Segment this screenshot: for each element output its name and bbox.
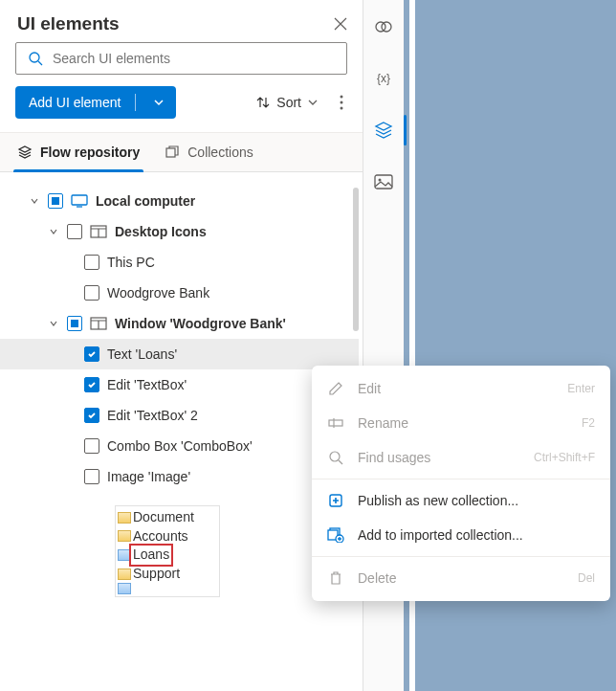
- page-title: UI elements: [17, 13, 120, 34]
- context-menu: Edit Enter Rename F2 Find usages Ctrl+Sh…: [312, 366, 610, 601]
- ctx-publish-collection[interactable]: Publish as new collection...: [312, 483, 610, 518]
- tree-node-woodgrove-bank[interactable]: Woodgrove Bank: [0, 278, 359, 308]
- more-options-button[interactable]: [332, 89, 351, 116]
- tree-node-desktop-icons[interactable]: Desktop Icons: [0, 216, 359, 247]
- rail-variables-icon[interactable]: {x}: [363, 59, 404, 98]
- close-icon[interactable]: [334, 17, 347, 31]
- svg-rect-13: [329, 420, 342, 426]
- checkbox[interactable]: [84, 346, 99, 362]
- chevron-down-icon[interactable]: [48, 319, 59, 328]
- chevron-down-icon[interactable]: [145, 97, 172, 108]
- separator: [312, 479, 610, 479]
- add-collection-icon: [327, 527, 344, 543]
- svg-rect-11: [375, 175, 392, 189]
- node-label: This PC: [107, 255, 155, 270]
- preview-highlighted: Loans: [133, 546, 169, 565]
- node-label: Text 'Loans': [107, 346, 177, 362]
- plus-box-icon: [327, 493, 344, 508]
- svg-rect-5: [72, 195, 87, 205]
- tree-node-image[interactable]: Image 'Image': [0, 461, 359, 492]
- chevron-down-icon: [307, 97, 319, 108]
- svg-point-1: [341, 96, 343, 99]
- rename-icon: [327, 415, 344, 431]
- svg-point-0: [30, 53, 39, 62]
- search-input[interactable]: [15, 42, 347, 75]
- tree-node-text-loans[interactable]: Text 'Loans': [0, 339, 359, 369]
- search-field[interactable]: [53, 51, 335, 66]
- search-icon: [327, 450, 344, 465]
- chevron-down-icon[interactable]: [29, 196, 40, 206]
- rail-copilot-icon[interactable]: [363, 8, 404, 46]
- collections-icon: [165, 145, 180, 160]
- checkbox[interactable]: [84, 255, 99, 270]
- checkbox[interactable]: [67, 224, 82, 239]
- tab-collections[interactable]: Collections: [161, 133, 256, 171]
- tab-label: Collections: [187, 145, 253, 160]
- ctx-label: Rename: [358, 415, 568, 431]
- svg-point-8: [376, 22, 385, 32]
- tree-node-local-computer[interactable]: Local computer: [0, 186, 359, 216]
- ctx-add-to-collection[interactable]: Add to imported collection...: [312, 518, 610, 552]
- separator: [312, 556, 610, 557]
- ctx-label: Find usages: [358, 450, 520, 465]
- rail-images-icon[interactable]: [363, 163, 404, 201]
- checkbox[interactable]: [84, 285, 99, 301]
- add-button-label: Add UI element: [29, 95, 121, 110]
- rail-ui-elements-icon[interactable]: [363, 111, 404, 149]
- node-label: Local computer: [96, 193, 195, 209]
- trash-icon: [327, 570, 344, 586]
- tab-label: Flow repository: [40, 145, 140, 160]
- node-label: Edit 'TextBox': [107, 377, 187, 392]
- add-ui-element-button[interactable]: Add UI element: [15, 86, 176, 119]
- chevron-down-icon[interactable]: [48, 227, 59, 236]
- tab-flow-repository[interactable]: Flow repository: [13, 133, 143, 171]
- ctx-accel: F2: [582, 416, 595, 430]
- element-preview: Document Accounts Loans Support: [0, 492, 359, 616]
- sort-label: Sort: [276, 95, 301, 110]
- svg-rect-4: [166, 148, 175, 157]
- elements-tree: Local computer Desktop Icons This PC Woo…: [0, 172, 363, 691]
- ctx-rename: Rename F2: [312, 406, 610, 440]
- svg-point-2: [341, 101, 343, 104]
- ctx-accel: Enter: [567, 382, 595, 395]
- node-label: Edit 'TextBox' 2: [107, 408, 198, 423]
- ctx-label: Delete: [358, 570, 564, 586]
- search-icon: [28, 51, 43, 66]
- tab-bar: Flow repository Collections: [0, 132, 363, 172]
- svg-point-12: [379, 179, 382, 182]
- tree-node-window-woodgrove[interactable]: Window 'Woodgrove Bank': [0, 308, 359, 339]
- ctx-accel: Del: [578, 571, 595, 585]
- checkbox[interactable]: [84, 377, 99, 392]
- ctx-label: Add to imported collection...: [358, 527, 595, 543]
- tree-node-this-pc[interactable]: This PC: [0, 247, 359, 278]
- edit-icon: [327, 381, 344, 396]
- ctx-edit: Edit Enter: [312, 371, 610, 406]
- ctx-find-usages: Find usages Ctrl+Shift+F: [312, 440, 610, 475]
- checkbox[interactable]: [48, 193, 63, 209]
- node-label: Woodgrove Bank: [107, 285, 209, 301]
- window-icon: [90, 225, 107, 238]
- sort-button[interactable]: Sort: [250, 89, 324, 116]
- tree-node-edit-textbox-2[interactable]: Edit 'TextBox' 2: [0, 400, 359, 431]
- ctx-label: Publish as new collection...: [358, 493, 595, 508]
- node-label: Window 'Woodgrove Bank': [115, 316, 286, 331]
- checkbox[interactable]: [84, 469, 99, 484]
- preview-line: Document: [133, 508, 194, 527]
- checkbox[interactable]: [84, 438, 99, 454]
- node-label: Desktop Icons: [115, 224, 207, 239]
- tree-node-combobox[interactable]: Combo Box 'ComboBox': [0, 431, 359, 461]
- preview-line: Support: [133, 565, 180, 584]
- sort-icon: [255, 95, 271, 110]
- checkbox[interactable]: [84, 408, 99, 423]
- ctx-accel: Ctrl+Shift+F: [534, 451, 595, 464]
- svg-point-3: [341, 107, 343, 110]
- layers-icon: [17, 145, 33, 160]
- checkbox[interactable]: [67, 316, 82, 331]
- svg-point-9: [382, 22, 391, 32]
- node-label: Image 'Image': [107, 469, 190, 484]
- ctx-label: Edit: [358, 381, 554, 396]
- panel-header: UI elements: [0, 0, 363, 42]
- svg-point-14: [330, 452, 340, 461]
- tree-node-edit-textbox[interactable]: Edit 'TextBox': [0, 369, 359, 400]
- window-icon: [90, 317, 107, 330]
